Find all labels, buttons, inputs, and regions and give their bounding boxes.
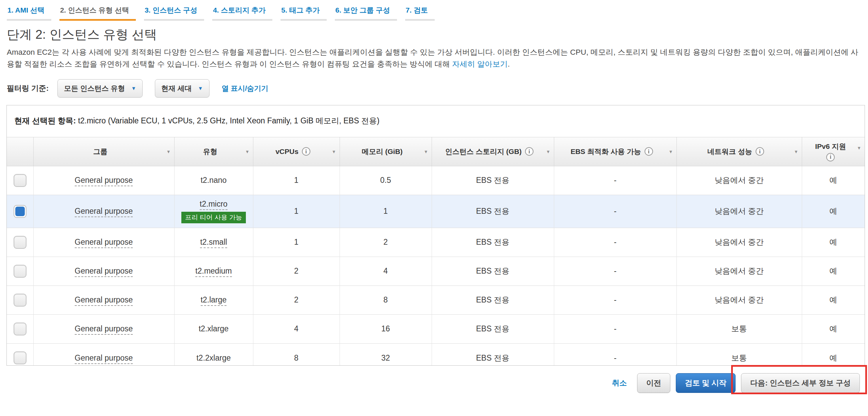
- cell-memory: 32: [340, 343, 432, 366]
- column-header-group[interactable]: 그룹▼: [33, 137, 174, 166]
- wizard-tab-3[interactable]: 3. 인스턴스 구성: [144, 5, 204, 21]
- sort-arrow-icon[interactable]: ▼: [245, 149, 250, 154]
- wizard-tab-1[interactable]: 1. AMI 선택: [7, 5, 51, 21]
- row-checkbox-unchecked[interactable]: [14, 323, 26, 335]
- cell-ipv6: 예: [802, 314, 865, 343]
- info-icon[interactable]: i: [826, 153, 835, 161]
- cell-storage-value: EBS 전용: [476, 353, 509, 362]
- cell-group-value[interactable]: General purpose: [75, 266, 133, 277]
- previous-button[interactable]: 이전: [637, 373, 670, 393]
- review-and-launch-button[interactable]: 검토 및 시작: [676, 373, 736, 393]
- cell-group-value[interactable]: General purpose: [75, 207, 133, 217]
- info-icon[interactable]: i: [756, 147, 764, 156]
- sort-arrow-icon[interactable]: ▼: [424, 149, 428, 154]
- instance-type-label[interactable]: t2.xlarge: [199, 324, 229, 333]
- instance-type-label[interactable]: t2.micro: [200, 200, 228, 210]
- generation-filter-value: 현재 세대: [161, 84, 192, 93]
- row-checkbox-unchecked[interactable]: [14, 351, 26, 364]
- page-description: Amazon EC2는 각 사용 사례에 맞게 최적화된 다양한 인스턴스 유형…: [7, 47, 862, 70]
- wizard-tab-7[interactable]: 7. 검토: [405, 5, 435, 21]
- footer-action-bar: 취소 이전 검토 및 시작 다음: 인스턴스 세부 정보 구성: [0, 366, 868, 400]
- wizard-tab-4[interactable]: 4. 스토리지 추가: [212, 5, 272, 21]
- cell-memory-value: 16: [381, 324, 390, 333]
- column-header-vcpus[interactable]: vCPUsi▼: [253, 137, 340, 166]
- column-label: IPv6 지원: [815, 142, 846, 151]
- cancel-link[interactable]: 취소: [612, 378, 627, 388]
- cell-vcpus-value: 1: [294, 207, 299, 215]
- chevron-down-icon: ▼: [198, 85, 203, 91]
- cell-ipv6-value: 예: [829, 353, 837, 362]
- cell-network-value: 낮음에서 중간: [715, 266, 763, 275]
- wizard-tab-5[interactable]: 5. 태그 추가: [281, 5, 326, 21]
- cell-group-value[interactable]: General purpose: [75, 324, 133, 335]
- cell-group-value[interactable]: General purpose: [75, 238, 133, 248]
- instance-row-t2.micro[interactable]: General purposet2.micro프리 티어 사용 가능11EBS …: [7, 195, 865, 228]
- row-checkbox-unchecked[interactable]: [14, 236, 26, 249]
- cell-group-value[interactable]: General purpose: [75, 176, 133, 186]
- cell-storage: EBS 전용: [432, 228, 554, 257]
- cell-network-value: 보통: [731, 324, 747, 333]
- cell-ebs-optimized: -: [554, 285, 676, 314]
- instance-type-label[interactable]: t2.medium: [195, 266, 232, 277]
- cell-storage-value: EBS 전용: [476, 238, 509, 246]
- instance-type-label[interactable]: t2.nano: [201, 176, 227, 185]
- cell-ebs-optimized-value: -: [614, 324, 617, 333]
- cell-ipv6: 예: [802, 195, 865, 228]
- instance-row-t2.large[interactable]: General purposet2.large28EBS 전용-낮음에서 중간예: [7, 285, 865, 314]
- cell-vcpus-value: 8: [294, 353, 299, 362]
- cell-select: [7, 314, 33, 343]
- sort-arrow-icon[interactable]: ▼: [794, 149, 798, 154]
- column-header-storage[interactable]: 인스턴스 스토리지 (GB)i▼: [432, 137, 554, 166]
- cell-group-value[interactable]: General purpose: [75, 353, 133, 364]
- cell-network: 보통: [676, 343, 802, 366]
- instance-type-filter-dropdown[interactable]: 모든 인스턴스 유형 ▼: [57, 79, 143, 98]
- cell-group: General purpose: [33, 166, 174, 195]
- row-checkbox-unchecked[interactable]: [14, 294, 26, 307]
- cell-group-value[interactable]: General purpose: [75, 295, 133, 306]
- info-icon[interactable]: i: [525, 147, 534, 156]
- cell-ebs-optimized: -: [554, 314, 676, 343]
- wizard-tab-2[interactable]: 2. 인스턴스 유형 선택: [59, 5, 136, 21]
- generation-filter-dropdown[interactable]: 현재 세대 ▼: [155, 79, 210, 98]
- column-header-type[interactable]: 유형▼: [174, 137, 253, 166]
- row-checkbox-checked[interactable]: [14, 205, 26, 218]
- cell-ipv6: 예: [802, 343, 865, 366]
- cell-vcpus: 2: [253, 285, 340, 314]
- sort-arrow-icon[interactable]: ▼: [857, 145, 861, 151]
- row-checkbox-unchecked[interactable]: [14, 265, 26, 278]
- cell-network: 낮음에서 중간: [676, 166, 802, 195]
- instance-type-label[interactable]: t2.2xlarge: [196, 353, 231, 362]
- show-hide-columns-link[interactable]: 열 표시/숨기기: [222, 84, 269, 93]
- cell-ipv6-value: 예: [829, 176, 837, 185]
- cell-ebs-optimized-value: -: [614, 238, 617, 246]
- instance-type-label[interactable]: t2.small: [200, 238, 227, 248]
- wizard-tab-6[interactable]: 6. 보안 그룹 구성: [335, 5, 397, 21]
- column-header-network[interactable]: 네트워크 성능i▼: [676, 137, 802, 166]
- column-header-memory[interactable]: 메모리 (GiB)▼: [340, 137, 432, 166]
- sort-arrow-icon[interactable]: ▼: [332, 149, 336, 154]
- column-header-ebs_optimized[interactable]: EBS 최적화 사용 가능i▼: [554, 137, 676, 166]
- column-label: vCPUs: [275, 148, 299, 156]
- sort-arrow-icon[interactable]: ▼: [546, 149, 550, 154]
- sort-arrow-icon[interactable]: ▼: [669, 149, 673, 154]
- instance-row-t2.medium[interactable]: General purposet2.medium24EBS 전용-낮음에서 중간…: [7, 257, 865, 285]
- column-header-ipv6[interactable]: IPv6 지원i▼: [802, 137, 865, 166]
- info-icon[interactable]: i: [645, 147, 653, 156]
- filter-label: 필터링 기준:: [7, 83, 49, 93]
- column-label: 유형: [203, 147, 217, 156]
- instance-row-t2.xlarge[interactable]: General purposet2.xlarge416EBS 전용-보통예: [7, 314, 865, 343]
- info-icon[interactable]: i: [302, 147, 310, 156]
- instance-type-label[interactable]: t2.large: [201, 295, 227, 306]
- cell-vcpus-value: 4: [294, 324, 299, 333]
- cell-memory: 0.5: [340, 166, 432, 195]
- sort-arrow-icon[interactable]: ▼: [166, 149, 171, 154]
- next-configure-details-button[interactable]: 다음: 인스턴스 세부 정보 구성: [741, 373, 860, 393]
- cell-storage-value: EBS 전용: [476, 207, 509, 215]
- cell-vcpus: 1: [253, 195, 340, 228]
- learn-more-link[interactable]: 자세히 알아보기: [452, 60, 508, 68]
- cell-ipv6: 예: [802, 285, 865, 314]
- instance-row-t2.small[interactable]: General purposet2.small12EBS 전용-낮음에서 중간예: [7, 228, 865, 257]
- instance-row-t2.2xlarge[interactable]: General purposet2.2xlarge832EBS 전용-보통예: [7, 343, 865, 366]
- instance-row-t2.nano[interactable]: General purposet2.nano10.5EBS 전용-낮음에서 중간…: [7, 166, 865, 195]
- row-checkbox-unchecked[interactable]: [14, 174, 26, 187]
